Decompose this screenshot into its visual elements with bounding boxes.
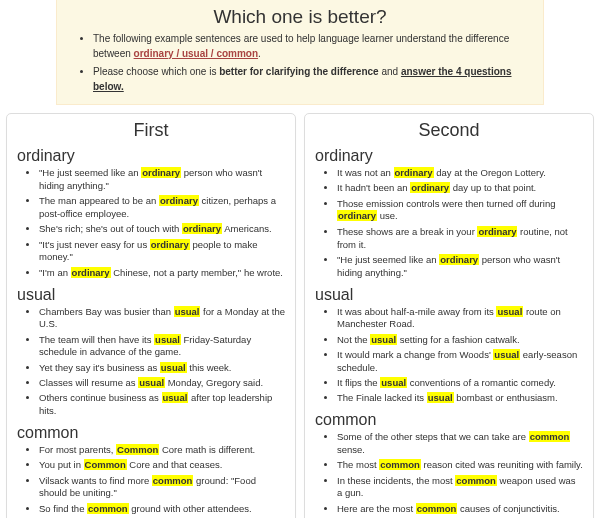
highlighted-word: Common bbox=[116, 444, 159, 455]
intro-list: The following example sentences are used… bbox=[65, 32, 535, 94]
highlighted-word: usual bbox=[427, 392, 454, 403]
highlighted-word: common bbox=[379, 459, 421, 470]
option-title: First bbox=[17, 120, 285, 141]
example-list: Chambers Bay was busier than usual for a… bbox=[17, 306, 285, 419]
example-list: It was about half-a-mile away from its u… bbox=[315, 306, 583, 406]
intro-box: Which one is better? The following examp… bbox=[56, 0, 544, 105]
example-sentence: Vilsack wants to find more common ground… bbox=[39, 475, 285, 501]
example-sentence: "He just seemed like an ordinary person … bbox=[337, 254, 583, 280]
example-sentence: The most common reason cited was reuniti… bbox=[337, 459, 583, 472]
example-sentence: "I'm an ordinary Chinese, not a party me… bbox=[39, 267, 285, 280]
highlighted-word: usual bbox=[162, 392, 189, 403]
example-list: Some of the other steps that we can take… bbox=[315, 431, 583, 518]
intro-title: Which one is better? bbox=[65, 6, 535, 28]
option-title: Second bbox=[315, 120, 583, 141]
highlighted-word: ordinary bbox=[141, 167, 181, 178]
highlighted-word: ordinary bbox=[477, 226, 517, 237]
example-sentence: Yet they say it's business as usual this… bbox=[39, 362, 285, 375]
intro-line2-bold: better for clarifying the difference bbox=[219, 66, 378, 77]
highlighted-word: usual bbox=[493, 349, 520, 360]
intro-line2-pre: Please choose which one is bbox=[93, 66, 219, 77]
highlighted-word: usual bbox=[496, 306, 523, 317]
highlighted-word: usual bbox=[380, 377, 407, 388]
example-sentence: The Finale lacked its usual bombast or e… bbox=[337, 392, 583, 405]
example-sentence: The man appeared to be an ordinary citiz… bbox=[39, 195, 285, 221]
highlighted-word: ordinary bbox=[71, 267, 111, 278]
highlighted-word: common bbox=[529, 431, 571, 442]
page: Which one is better? The following examp… bbox=[0, 0, 600, 518]
example-sentence: "It's just never easy for us ordinary pe… bbox=[39, 239, 285, 265]
highlighted-word: common bbox=[152, 475, 194, 486]
options-row: Firstordinary"He just seemed like an ord… bbox=[6, 113, 594, 518]
option-card: SecondordinaryIt was not an ordinary day… bbox=[304, 113, 594, 518]
example-list: For most parents, Common Core math is di… bbox=[17, 444, 285, 518]
highlighted-word: common bbox=[455, 475, 497, 486]
example-sentence: These shows are a break in your ordinary… bbox=[337, 226, 583, 252]
example-sentence: Chambers Bay was busier than usual for a… bbox=[39, 306, 285, 332]
example-sentence: She's rich; she's out of touch with ordi… bbox=[39, 223, 285, 236]
highlighted-word: ordinary bbox=[439, 254, 479, 265]
example-sentence: Not the usual setting for a fashion catw… bbox=[337, 334, 583, 347]
example-sentence: It was about half-a-mile away from its u… bbox=[337, 306, 583, 332]
highlighted-word: ordinary bbox=[410, 182, 450, 193]
word-group-link: ordinary / usual / common bbox=[134, 48, 258, 59]
example-sentence: "He just seemed like an ordinary person … bbox=[39, 167, 285, 193]
example-sentence: For most parents, Common Core math is di… bbox=[39, 444, 285, 457]
highlighted-word: ordinary bbox=[337, 210, 377, 221]
example-sentence: It would mark a change from Woods' usual… bbox=[337, 349, 583, 375]
example-sentence: It hadn't been an ordinary day up to tha… bbox=[337, 182, 583, 195]
example-sentence: Those emission controls were then turned… bbox=[337, 198, 583, 224]
highlighted-word: usual bbox=[160, 362, 187, 373]
example-sentence: Classes will resume as usual Monday, Gre… bbox=[39, 377, 285, 390]
example-sentence: The team will then have its usual Friday… bbox=[39, 334, 285, 360]
highlighted-word: usual bbox=[174, 306, 201, 317]
highlighted-word: ordinary bbox=[182, 223, 222, 234]
intro-line-1: The following example sentences are used… bbox=[93, 32, 535, 61]
intro-line1-post: . bbox=[258, 48, 261, 59]
highlighted-word: usual bbox=[154, 334, 181, 345]
option-card: Firstordinary"He just seemed like an ord… bbox=[6, 113, 296, 518]
example-sentence: It flips the usual conventions of a roma… bbox=[337, 377, 583, 390]
highlighted-word: usual bbox=[138, 377, 165, 388]
word-heading: ordinary bbox=[315, 147, 583, 165]
example-sentence: You put in Common Core and that ceases. bbox=[39, 459, 285, 472]
example-sentence: Here are the most common causes of conju… bbox=[337, 503, 583, 516]
highlighted-word: ordinary bbox=[159, 195, 199, 206]
example-sentence: Some of the other steps that we can take… bbox=[337, 431, 583, 457]
example-sentence: In these incidents, the most common weap… bbox=[337, 475, 583, 501]
highlighted-word: Common bbox=[84, 459, 127, 470]
intro-line2-mid: and bbox=[379, 66, 401, 77]
word-heading: common bbox=[17, 424, 285, 442]
highlighted-word: common bbox=[416, 503, 458, 514]
highlighted-word: ordinary bbox=[394, 167, 434, 178]
word-heading: usual bbox=[17, 286, 285, 304]
example-sentence: So find the common ground with other att… bbox=[39, 503, 285, 516]
example-list: "He just seemed like an ordinary person … bbox=[17, 167, 285, 280]
highlighted-word: ordinary bbox=[150, 239, 190, 250]
example-sentence: Others continue business as usual after … bbox=[39, 392, 285, 418]
highlighted-word: usual bbox=[370, 334, 397, 345]
word-heading: ordinary bbox=[17, 147, 285, 165]
example-list: It was not an ordinary day at the Oregon… bbox=[315, 167, 583, 280]
word-heading: usual bbox=[315, 286, 583, 304]
highlighted-word: common bbox=[87, 503, 129, 514]
word-heading: common bbox=[315, 411, 583, 429]
example-sentence: It was not an ordinary day at the Oregon… bbox=[337, 167, 583, 180]
intro-line-2: Please choose which one is better for cl… bbox=[93, 65, 535, 94]
